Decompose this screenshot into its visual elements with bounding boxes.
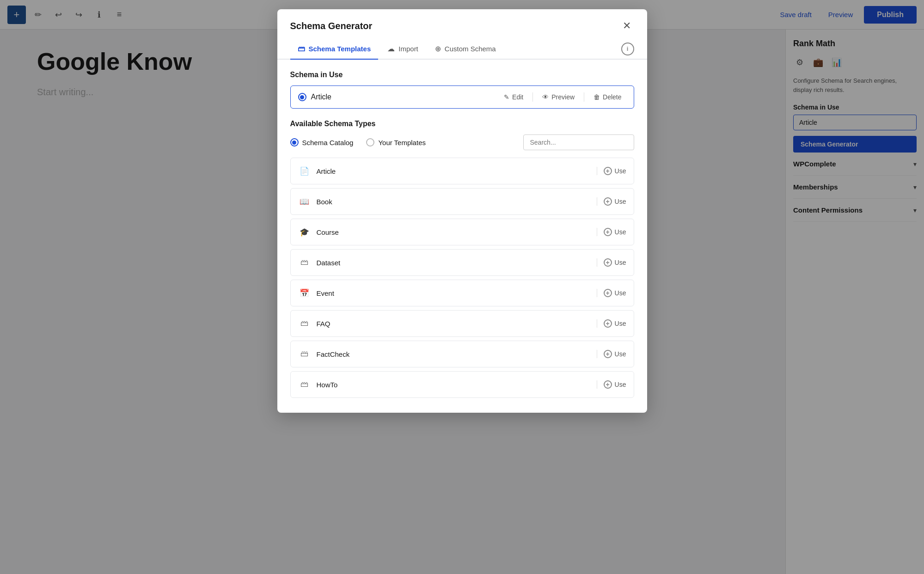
event-icon: 📅	[298, 287, 311, 299]
schema-in-use-name: Article	[311, 93, 495, 101]
book-label: Book	[317, 198, 597, 206]
modal-body: Schema in Use Article ✎ Edit 👁 Preview 🗑…	[277, 60, 647, 413]
course-label: Course	[317, 228, 597, 236]
schema-item-factcheck[interactable]: 🗃 FactCheck + Use	[290, 341, 634, 367]
your-templates-label: Your Templates	[378, 139, 426, 147]
tab-import-label: Import	[398, 45, 418, 53]
delete-icon: 🗑	[594, 93, 600, 101]
delete-label: Delete	[603, 93, 621, 101]
howto-label: HowTo	[317, 381, 597, 389]
use-plus-icon: +	[604, 380, 612, 389]
dataset-icon: 🗃	[298, 256, 311, 269]
use-plus-icon: +	[604, 319, 612, 328]
schema-templates-icon: 🗃	[298, 45, 305, 53]
dataset-use-button[interactable]: + Use	[604, 258, 626, 267]
modal-info-button[interactable]: i	[621, 43, 634, 55]
schema-catalog-option[interactable]: Schema Catalog	[290, 138, 354, 147]
modal-close-button[interactable]: ✕	[619, 18, 634, 33]
separator	[597, 228, 597, 236]
use-plus-icon: +	[604, 289, 612, 297]
preview-icon: 👁	[542, 93, 549, 101]
event-label: Event	[317, 289, 597, 297]
schema-item-course[interactable]: 🎓 Course + Use	[290, 219, 634, 245]
use-label: Use	[615, 259, 626, 266]
schema-preview-button[interactable]: 👁 Preview	[538, 92, 579, 103]
use-plus-icon: +	[604, 258, 612, 267]
schema-selected-radio	[298, 93, 306, 101]
tab-import[interactable]: ☁ Import	[380, 39, 426, 60]
your-templates-radio	[366, 138, 374, 147]
faq-icon: 🗃	[298, 317, 311, 330]
tab-schema-templates-label: Schema Templates	[309, 45, 371, 53]
separator	[597, 380, 597, 389]
use-label: Use	[615, 381, 626, 388]
import-icon: ☁	[387, 44, 395, 53]
action-divider-2	[584, 92, 584, 102]
separator	[597, 167, 597, 175]
your-templates-option[interactable]: Your Templates	[366, 138, 426, 147]
use-label: Use	[615, 350, 626, 358]
preview-label: Preview	[551, 93, 575, 101]
use-label: Use	[615, 289, 626, 297]
howto-use-button[interactable]: + Use	[604, 380, 626, 389]
use-label: Use	[615, 167, 626, 175]
use-plus-icon: +	[604, 228, 612, 236]
schema-item-dataset[interactable]: 🗃 Dataset + Use	[290, 249, 634, 276]
close-icon: ✕	[623, 20, 631, 32]
tab-schema-templates[interactable]: 🗃 Schema Templates	[290, 39, 379, 60]
action-divider-1	[532, 92, 533, 102]
tab-custom-schema-label: Custom Schema	[445, 45, 496, 53]
factcheck-use-button[interactable]: + Use	[604, 350, 626, 358]
separator	[597, 350, 597, 358]
schema-in-use-heading: Schema in Use	[290, 71, 634, 79]
article-icon: 📄	[298, 165, 311, 177]
course-icon: 🎓	[298, 226, 311, 238]
schema-in-use-row: Article ✎ Edit 👁 Preview 🗑 Delete	[290, 85, 634, 109]
separator	[597, 319, 597, 328]
event-use-button[interactable]: + Use	[604, 289, 626, 297]
faq-use-button[interactable]: + Use	[604, 319, 626, 328]
custom-schema-icon: ⊕	[435, 44, 441, 53]
modal-header: Schema Generator ✕	[277, 9, 647, 33]
modal-title: Schema Generator	[290, 21, 373, 31]
schema-list: 📄 Article + Use 📖 Book + Use	[290, 158, 634, 402]
schema-delete-button[interactable]: 🗑 Delete	[589, 92, 626, 103]
schema-item-article[interactable]: 📄 Article + Use	[290, 158, 634, 184]
factcheck-icon: 🗃	[298, 348, 311, 360]
modal-tabs: 🗃 Schema Templates ☁ Import ⊕ Custom Sch…	[277, 39, 647, 60]
tab-custom-schema[interactable]: ⊕ Custom Schema	[428, 39, 503, 60]
edit-label: Edit	[512, 93, 523, 101]
use-plus-icon: +	[604, 350, 612, 358]
course-use-button[interactable]: + Use	[604, 228, 626, 236]
book-icon: 📖	[298, 195, 311, 208]
dataset-label: Dataset	[317, 259, 597, 267]
use-label: Use	[615, 320, 626, 327]
separator	[597, 197, 597, 206]
use-plus-icon: +	[604, 167, 612, 175]
article-label: Article	[317, 167, 597, 175]
available-types-row: Schema Catalog Your Templates	[290, 134, 634, 150]
howto-icon: 🗃	[298, 378, 311, 391]
schema-catalog-radio	[290, 138, 299, 147]
edit-icon: ✎	[504, 93, 509, 101]
schema-item-event[interactable]: 📅 Event + Use	[290, 280, 634, 306]
factcheck-label: FactCheck	[317, 350, 597, 358]
schema-item-book[interactable]: 📖 Book + Use	[290, 188, 634, 215]
book-use-button[interactable]: + Use	[604, 197, 626, 206]
separator	[597, 258, 597, 267]
separator	[597, 289, 597, 297]
schema-catalog-label: Schema Catalog	[302, 139, 354, 147]
faq-label: FAQ	[317, 320, 597, 328]
info-circle-icon: i	[627, 45, 629, 52]
schema-edit-button[interactable]: ✎ Edit	[499, 92, 528, 103]
schema-search-input[interactable]	[523, 134, 634, 150]
modal-overlay: Schema Generator ✕ 🗃 Schema Templates ☁ …	[0, 0, 924, 574]
schema-item-howto[interactable]: 🗃 HowTo + Use	[290, 371, 634, 398]
use-plus-icon: +	[604, 197, 612, 206]
available-types-heading: Available Schema Types	[290, 120, 634, 128]
use-label: Use	[615, 228, 626, 236]
schema-item-faq[interactable]: 🗃 FAQ + Use	[290, 310, 634, 337]
schema-generator-modal: Schema Generator ✕ 🗃 Schema Templates ☁ …	[277, 9, 647, 413]
article-use-button[interactable]: + Use	[604, 167, 626, 175]
use-label: Use	[615, 198, 626, 205]
